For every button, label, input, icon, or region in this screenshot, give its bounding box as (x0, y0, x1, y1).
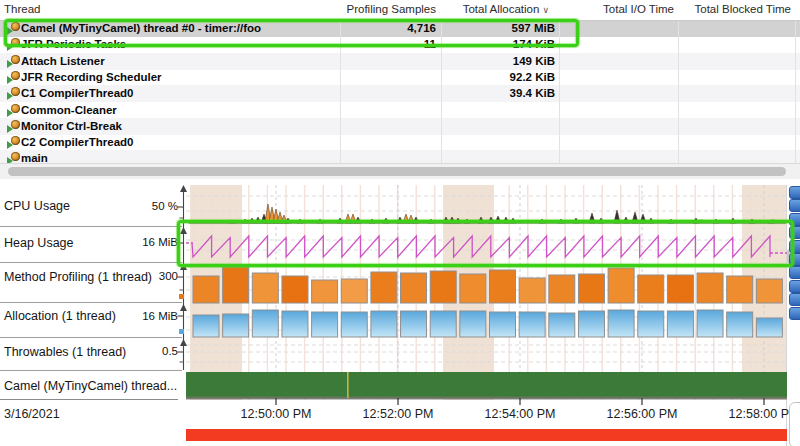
lane-divider (0, 337, 182, 338)
method-profiling-bar (667, 275, 693, 303)
column-header-total-allocation[interactable]: Total Allocation∨ (441, 3, 549, 15)
lane-label-camel-thread: Camel (MyTinyCamel) thread... (4, 379, 177, 393)
lane-divider (0, 370, 182, 371)
lane-label-allocation: Allocation (1 thread) (4, 309, 116, 323)
thread-row[interactable]: Common-Cleaner (0, 102, 800, 119)
allocation-bar (371, 311, 397, 337)
thread-row[interactable]: C1 CompilerThread039.4 KiB (0, 85, 800, 102)
thread-icon (7, 152, 20, 163)
lane-axis-value-throwables: 0.5 (128, 345, 178, 357)
method-profiling-bar (401, 273, 427, 303)
time-tick-label: 12:54:00 PM (465, 407, 575, 421)
axis-arrow-icon (180, 185, 187, 192)
method-profiling-bar (519, 278, 545, 303)
thread-row[interactable]: Monitor Ctrl-Break (0, 118, 800, 135)
method-profiling-bar (638, 275, 664, 303)
event-marker (347, 372, 349, 398)
right-panel-pill-button[interactable] (789, 293, 800, 306)
total-allocation-value: 174 KiB (441, 38, 555, 50)
thread-name: main (21, 152, 48, 163)
thread-name: Monitor Ctrl-Break (21, 120, 122, 132)
thread-name: C1 CompilerThread0 (21, 87, 133, 99)
profiling-samples-value: 11 (340, 38, 436, 50)
right-panel-pill-button[interactable] (789, 186, 800, 199)
column-header-profiling-samples[interactable]: Profiling Samples (340, 3, 436, 15)
jmc-threads-view: { "table": { "columns": [ {"label": "Thr… (0, 0, 800, 446)
allocation-bar (252, 310, 278, 337)
axis-arrow-icon (180, 339, 187, 346)
method-profiling-bar (312, 280, 338, 303)
right-panel-pill-button[interactable] (789, 213, 800, 226)
allocation-bar (490, 312, 516, 337)
allocation-bar (430, 311, 456, 337)
thread-icon (7, 120, 20, 133)
method-profiling-bar (756, 279, 782, 303)
method-profiling-bar (578, 274, 604, 303)
right-panel-pill-button[interactable] (789, 199, 800, 212)
selected-range-indicator[interactable] (186, 429, 787, 441)
right-panel-pill-button[interactable] (789, 253, 800, 266)
thread-row[interactable]: Camel (MyTinyCamel) thread #0 - timer://… (0, 20, 800, 37)
thread-row[interactable]: main (0, 150, 800, 163)
column-header-total-io-time[interactable]: Total I/O Time (559, 3, 674, 15)
right-panel-pill-button[interactable] (789, 280, 800, 293)
profiling-samples-value: 4,716 (340, 22, 436, 34)
column-header-thread[interactable]: Thread (4, 3, 40, 15)
allocation-bar (223, 314, 249, 337)
lane-divider (0, 226, 182, 227)
axis-arrow-icon (180, 304, 187, 311)
right-panel-pill-button[interactable] (789, 226, 800, 239)
thread-icon (7, 71, 20, 84)
method-profiling-bar (727, 276, 753, 303)
allocation-bar (638, 311, 664, 337)
time-tick-label: 12:52:00 PM (343, 407, 453, 421)
time-tick-label: 12:56:00 PM (587, 407, 697, 421)
thread-row[interactable]: Attach Listener149 KiB (0, 53, 800, 70)
method-profiling-bar (341, 279, 367, 303)
allocation-bar (549, 313, 575, 337)
right-panel-pill-button[interactable] (789, 240, 800, 253)
thread-icon (7, 22, 20, 35)
lane-axis-value-cpu: 50 % (128, 200, 178, 212)
thread-row[interactable]: JFR Recording Scheduler92.2 KiB (0, 69, 800, 86)
allocation-bar (697, 310, 723, 337)
thread-name: C2 CompilerThread0 (21, 136, 133, 148)
total-allocation-value: 597 MiB (441, 22, 555, 34)
thread-icon (7, 136, 20, 149)
column-header-total-blocked-time[interactable]: Total Blocked Time (678, 3, 791, 15)
lane-label-method-profiling: Method Profiling (1 thread) (4, 270, 152, 284)
method-profiling-bar (223, 267, 249, 303)
method-profiling-bar (460, 274, 486, 303)
axis-arrow-icon (180, 263, 187, 270)
method-profiling-bar (490, 270, 516, 303)
horizontal-scrollbar-thumb[interactable] (8, 167, 786, 176)
thread-name: Camel (MyTinyCamel) thread #0 - timer://… (21, 22, 261, 34)
thread-name: JFR Recording Scheduler (21, 71, 162, 83)
allocation-bar (727, 312, 753, 337)
lane-label-heap-usage: Heap Usage (4, 236, 74, 250)
allocation-bar (282, 311, 308, 337)
horizontal-scrollbar[interactable] (0, 163, 800, 179)
method-profiling-bar (697, 273, 723, 303)
allocation-bar (401, 311, 427, 337)
allocation-bar (578, 311, 604, 337)
lane-label-cpu-usage: CPU Usage (4, 199, 70, 213)
corner-panel-edge (789, 402, 800, 446)
lane-axis-value-heap: 16 MiB (128, 236, 178, 248)
right-panel-pill-button[interactable] (789, 307, 800, 320)
allocation-bar (341, 312, 367, 337)
column-header-total-allocation-label: Total Allocation (463, 3, 540, 15)
method-profiling-bar (371, 272, 397, 303)
thread-row[interactable]: C2 CompilerThread0 (0, 134, 800, 151)
total-allocation-value: 39.4 KiB (441, 87, 555, 99)
allocation-bar (460, 311, 486, 337)
thread-name: JFR Periodic Tasks (21, 38, 126, 50)
thread-row[interactable]: JFR Periodic Tasks11174 KiB (0, 36, 800, 53)
thread-name: Common-Cleaner (21, 104, 117, 116)
thread-icon (7, 87, 20, 100)
thread-icon (7, 38, 20, 51)
method-profiling-bar (430, 271, 456, 303)
thread-table-header: Thread Profiling Samples Total Allocatio… (0, 0, 800, 21)
right-panel-pill-button[interactable] (789, 266, 800, 279)
thread-icon (7, 104, 20, 117)
